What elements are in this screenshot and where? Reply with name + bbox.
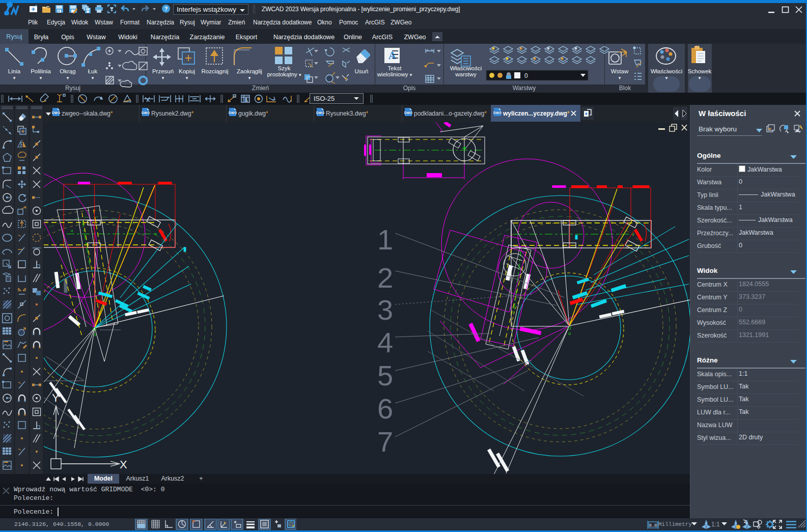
svg-text:4: 4 — [71, 229, 73, 233]
svg-text:1: 1 — [245, 97, 247, 102]
svg-text:4: 4 — [377, 326, 393, 358]
svg-text:1: 1 — [377, 223, 393, 256]
svg-text:o: o — [94, 332, 96, 337]
svg-text:0: 0 — [524, 72, 528, 79]
svg-text:0.0: 0.0 — [649, 523, 657, 528]
svg-text:3: 3 — [377, 294, 393, 326]
svg-text:6: 6 — [377, 393, 393, 425]
svg-text:Y: Y — [52, 391, 60, 404]
svg-text:7: 7 — [377, 426, 393, 458]
svg-text:5: 5 — [377, 359, 393, 391]
svg-text:?: ? — [164, 6, 168, 12]
svg-text:X: X — [120, 458, 127, 471]
svg-text:o: o — [568, 331, 571, 336]
svg-text:s: s — [155, 232, 157, 236]
svg-text:Millimetry: Millimetry — [658, 521, 692, 527]
svg-text:2: 2 — [377, 262, 393, 294]
svg-text:1:1: 1:1 — [711, 521, 720, 528]
svg-text:A: A — [388, 50, 396, 61]
